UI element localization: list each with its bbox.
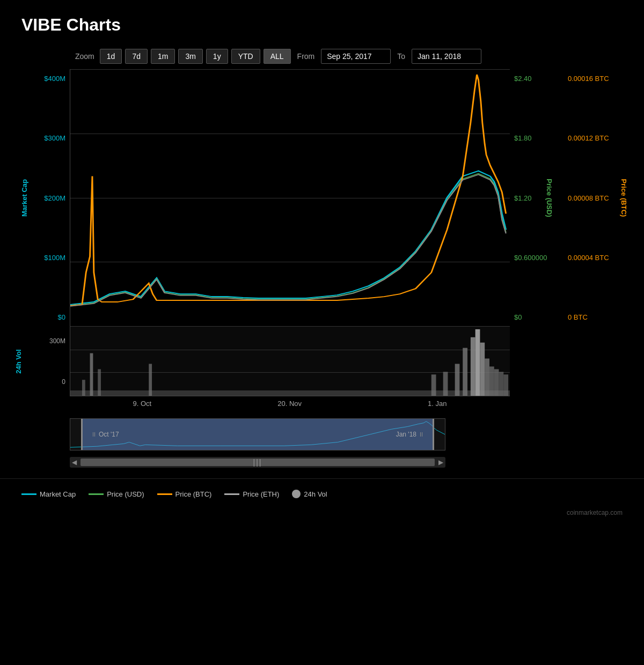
vol-right-spacer bbox=[510, 327, 633, 396]
navigator-label-right: Jan '18 bbox=[396, 431, 416, 438]
volume-axis-label: 24h Vol bbox=[14, 349, 23, 373]
y-tick-0-00016: 0.00016 BTC bbox=[564, 75, 633, 83]
y-tick-0-vol: 0 bbox=[21, 378, 70, 391]
svg-rect-10 bbox=[475, 329, 480, 396]
zoom-all-button[interactable]: ALL bbox=[264, 49, 291, 64]
svg-rect-1 bbox=[82, 380, 85, 396]
svg-rect-3 bbox=[98, 369, 101, 396]
y-tick-0-btc: 0 BTC bbox=[564, 313, 633, 321]
y-axis-price-usd: Price (USD) $2.40 $1.80 $1.20 $0.600000 … bbox=[510, 69, 564, 327]
page-title: VIBE Charts bbox=[0, 0, 644, 43]
scrollbar-section: ◀ ||| ▶ bbox=[0, 456, 644, 473]
svg-rect-14 bbox=[494, 369, 499, 396]
from-label: From bbox=[297, 52, 315, 61]
zoom-label: Zoom bbox=[75, 52, 94, 61]
scrollbar-thumb-grip: ||| bbox=[253, 458, 262, 467]
zoom-3m-button[interactable]: 3m bbox=[178, 49, 202, 64]
legend-price-btc-line bbox=[157, 493, 172, 495]
chart-controls: Zoom 1d 7d 1m 3m 1y YTD ALL From To bbox=[0, 43, 644, 69]
svg-rect-5 bbox=[431, 374, 436, 396]
legend-price-btc-label: Price (BTC) bbox=[175, 490, 212, 498]
y-axis-price-btc: Price (BTC) 0.00016 BTC 0.00012 BTC 0.00… bbox=[564, 69, 633, 327]
legend-market-cap: Market Cap bbox=[21, 490, 76, 498]
zoom-1d-button[interactable]: 1d bbox=[100, 49, 122, 64]
legend-price-usd-label: Price (USD) bbox=[107, 490, 144, 498]
svg-rect-6 bbox=[443, 372, 448, 396]
x-tick-nov: 20. Nov bbox=[277, 400, 302, 408]
legend-price-btc: Price (BTC) bbox=[157, 490, 212, 498]
main-chart-area[interactable] bbox=[70, 69, 510, 327]
legend-24h-vol: 24h Vol bbox=[292, 490, 327, 498]
svg-rect-15 bbox=[499, 372, 504, 396]
x-axis: 9. Oct 20. Nov 1. Jan bbox=[0, 396, 644, 408]
price-usd-axis-label: Price (USD) bbox=[546, 179, 554, 217]
y-tick-1-20: $1.20 bbox=[510, 194, 564, 202]
svg-rect-16 bbox=[503, 374, 508, 396]
svg-rect-13 bbox=[489, 366, 494, 396]
svg-rect-7 bbox=[455, 364, 460, 396]
y-tick-300m-vol: 300M bbox=[21, 332, 70, 345]
volume-chart-area[interactable] bbox=[70, 327, 510, 396]
legend-market-cap-label: Market Cap bbox=[40, 490, 76, 498]
chart-svg bbox=[70, 69, 510, 326]
y-tick-100m: $100M bbox=[21, 254, 70, 262]
navigator-selection[interactable]: II Oct '17 Jan '18 II bbox=[81, 419, 434, 450]
to-date-input[interactable] bbox=[412, 49, 481, 64]
navigator-label-left: Oct '17 bbox=[99, 431, 119, 438]
scrollbar-right-arrow[interactable]: ▶ bbox=[438, 459, 443, 466]
volume-svg bbox=[70, 327, 510, 396]
main-chart-container: Market Cap $400M $300M $200M $100M $0 Pr… bbox=[0, 69, 644, 327]
price-btc-axis-label: Price (BTC) bbox=[620, 179, 628, 217]
y-tick-0-00004: 0.00004 BTC bbox=[564, 254, 633, 262]
y-tick-0-60: $0.600000 bbox=[510, 254, 564, 262]
legend-24h-vol-label: 24h Vol bbox=[304, 490, 327, 498]
navigator-handle-right[interactable]: II bbox=[420, 431, 423, 438]
svg-rect-9 bbox=[471, 337, 475, 396]
legend-price-eth-label: Price (ETH) bbox=[243, 490, 279, 498]
legend-price-eth-line bbox=[224, 493, 239, 495]
x-tick-jan: 1. Jan bbox=[428, 400, 447, 408]
y-tick-1-80: $1.80 bbox=[510, 134, 564, 142]
scrollbar-thumb[interactable]: ||| bbox=[80, 459, 435, 466]
zoom-1y-button[interactable]: 1y bbox=[206, 49, 228, 64]
to-label: To bbox=[397, 52, 405, 61]
svg-rect-12 bbox=[485, 359, 489, 396]
x-axis-inner: 9. Oct 20. Nov 1. Jan bbox=[70, 400, 510, 408]
svg-rect-11 bbox=[480, 343, 485, 396]
y-tick-0-00012: 0.00012 BTC bbox=[564, 134, 633, 142]
volume-section: 24h Vol 300M 0 bbox=[0, 327, 644, 396]
y-tick-0: $0 bbox=[21, 313, 70, 321]
zoom-ytd-button[interactable]: YTD bbox=[231, 49, 260, 64]
y-tick-300m: $300M bbox=[21, 134, 70, 142]
svg-rect-2 bbox=[90, 353, 93, 396]
legend-price-usd: Price (USD) bbox=[89, 490, 144, 498]
y-tick-2-40: $2.40 bbox=[510, 75, 564, 83]
legend-market-cap-line bbox=[21, 493, 36, 495]
navigator-handle-left[interactable]: II bbox=[92, 431, 96, 438]
zoom-7d-button[interactable]: 7d bbox=[125, 49, 148, 64]
legend: Market Cap Price (USD) Price (BTC) Price… bbox=[0, 478, 644, 504]
y-tick-0-usd: $0 bbox=[510, 313, 564, 321]
legend-price-usd-line bbox=[89, 493, 104, 495]
svg-rect-4 bbox=[149, 364, 152, 396]
y-axis-market-cap: Market Cap $400M $300M $200M $100M $0 bbox=[21, 69, 70, 327]
navigator-track[interactable]: II Oct '17 Jan '18 II bbox=[70, 418, 445, 450]
coinmarketcap-credit: coinmarketcap.com bbox=[0, 504, 644, 527]
from-date-input[interactable] bbox=[321, 49, 391, 64]
zoom-1m-button[interactable]: 1m bbox=[151, 49, 175, 64]
legend-price-eth: Price (ETH) bbox=[224, 490, 279, 498]
x-tick-oct: 9. Oct bbox=[133, 400, 152, 408]
legend-24h-vol-dot bbox=[292, 490, 301, 498]
market-cap-axis-label: Market Cap bbox=[20, 179, 28, 217]
navigator-section: II Oct '17 Jan '18 II bbox=[0, 408, 644, 456]
scrollbar-track[interactable]: ◀ ||| ▶ bbox=[70, 457, 445, 468]
y-tick-200m: $200M bbox=[21, 194, 70, 202]
svg-rect-8 bbox=[463, 348, 467, 396]
y-tick-400m: $400M bbox=[21, 75, 70, 83]
y-axis-volume: 24h Vol 300M 0 bbox=[21, 327, 70, 396]
scrollbar-left-arrow[interactable]: ◀ bbox=[72, 459, 77, 466]
